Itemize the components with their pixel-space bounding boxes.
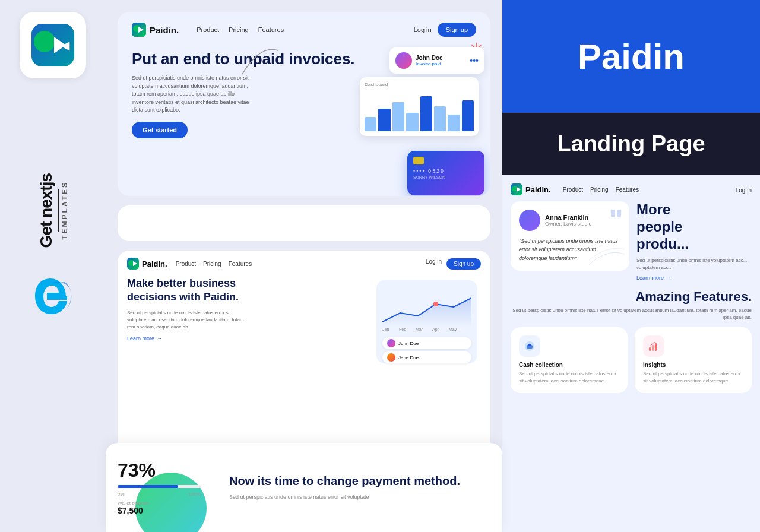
cash-collection-desc: Sed ut perspiciatis unde omnis iste natu… bbox=[519, 370, 619, 385]
right-nav-features[interactable]: Features bbox=[616, 186, 639, 193]
amazing-features-section: Amazing Features. Sed ut perspiciatis un… bbox=[511, 289, 752, 393]
more-text-section: Morepeopleprodu... Sed ut perspiciatis u… bbox=[636, 201, 752, 281]
app-icon bbox=[31, 24, 74, 66]
testimonial-role: Owner, Lavis studio bbox=[545, 221, 592, 227]
brand-blue-section: Paidin bbox=[502, 0, 760, 113]
right-nav-login[interactable]: Log in bbox=[736, 187, 752, 194]
landing-page-text: Landing Page bbox=[557, 131, 705, 157]
features-grid: Cash collection Sed ut perspiciatis unde… bbox=[511, 327, 752, 393]
templates-label: Templates bbox=[61, 181, 69, 240]
left-sidebar: Get nextjs Templates bbox=[0, 0, 106, 532]
amazing-title: Amazing Features. bbox=[511, 289, 752, 305]
svg-rect-32 bbox=[655, 343, 657, 351]
user1-name: John Doe bbox=[398, 341, 419, 346]
app-icon-card bbox=[20, 12, 86, 78]
paidin-icon-hero bbox=[132, 23, 146, 37]
right-sidebar: Paidin Landing Page Paidin. Product Pric… bbox=[502, 0, 760, 532]
hero-desc: Sed ut perspiciatis unde omnis iste natu… bbox=[132, 74, 251, 115]
testimonial-decor bbox=[589, 242, 625, 266]
feature-cash-collection: Cash collection Sed ut perspiciatis unde… bbox=[511, 327, 628, 393]
hero-nav-links: Product Pricing Features bbox=[197, 26, 284, 33]
feature-insights: Insights Sed ut perspiciatis unde omnis … bbox=[635, 327, 752, 393]
getnextjs-label: Get nextjs bbox=[37, 173, 56, 248]
card2-signup[interactable]: Sign up bbox=[446, 258, 481, 270]
wallet-amount: $7,500 bbox=[118, 506, 201, 515]
more-desc: Sed ut perspiciatis unde omnis iste volu… bbox=[636, 257, 752, 271]
svg-text:Mar: Mar bbox=[416, 327, 423, 331]
svg-rect-30 bbox=[649, 347, 651, 351]
cash-collection-icon bbox=[524, 340, 536, 352]
spacer-card bbox=[118, 205, 490, 241]
bottom-preview-panel: 73% 0% 100% Wallet balance $7,500 Now it… bbox=[106, 443, 502, 532]
get-started-button[interactable]: Get started bbox=[132, 122, 188, 138]
card2-paidin-name: Paidin. bbox=[142, 259, 167, 268]
login-button[interactable]: Log in bbox=[414, 26, 432, 33]
payment-card: •••• 0329 SUNNY WILSON bbox=[407, 151, 484, 195]
testimonial-card: " Anna Franklin Owner, Lavis studio "Sed… bbox=[511, 201, 629, 271]
svg-point-1 bbox=[34, 31, 55, 52]
e-logo-container bbox=[30, 274, 75, 321]
nav-pricing[interactable]: Pricing bbox=[229, 26, 249, 33]
card2-nav-product[interactable]: Product bbox=[176, 261, 196, 267]
getnextjs-section: Get nextjs Templates bbox=[37, 173, 69, 248]
card2-title: Make better business decisions with Paid… bbox=[127, 277, 246, 305]
svg-text:Jan: Jan bbox=[382, 327, 389, 331]
testimonial-author: Anna Franklin Owner, Lavis studio bbox=[519, 210, 621, 231]
progress-track bbox=[118, 485, 201, 488]
hero-nav-right: Log in Sign up bbox=[414, 23, 476, 37]
amazing-desc: Sed ut perspiciatis unde omnis iste natu… bbox=[511, 307, 752, 321]
insights-desc: Sed ut perspiciatis unde omnis iste natu… bbox=[643, 370, 743, 385]
card2-nav-features[interactable]: Features bbox=[229, 261, 252, 267]
card2-desc: Sed ut perspiciatis unde omnis iste natu… bbox=[127, 309, 246, 331]
payment-desc: Sed ut perspiciatis unde omnis iste natu… bbox=[229, 493, 486, 502]
brand-name: Paidin bbox=[578, 36, 685, 77]
svg-text:Apr: Apr bbox=[432, 327, 439, 332]
payment-headline: Now its time to change payment method. bbox=[229, 473, 486, 489]
hero-nav: Paidin. Product Pricing Features Log in … bbox=[118, 12, 490, 48]
hero-paidin-name: Paidin. bbox=[150, 25, 179, 35]
user2-name: Jane Doe bbox=[398, 355, 419, 360]
svg-point-14 bbox=[433, 302, 438, 306]
testimonial-row: " Anna Franklin Owner, Lavis studio "Sed… bbox=[511, 201, 752, 281]
progress-range: 0% 100% bbox=[118, 492, 201, 497]
right-content: Paidin. Product Pricing Features Log in … bbox=[502, 175, 760, 532]
hero-nav-logo: Paidin. bbox=[132, 23, 179, 37]
wallet-label: Wallet balance bbox=[118, 501, 201, 506]
svg-text:Feb: Feb bbox=[399, 327, 406, 331]
hero-card: Paidin. Product Pricing Features Log in … bbox=[118, 12, 490, 196]
svg-rect-31 bbox=[652, 345, 654, 351]
testimonial-name: Anna Franklin bbox=[545, 214, 592, 221]
more-title: Morepeopleprodu... bbox=[636, 201, 752, 252]
insights-icon bbox=[648, 340, 660, 352]
right-nav: Paidin. Product Pricing Features Log in bbox=[511, 183, 752, 195]
invoice-type: Invoice paid bbox=[416, 61, 466, 66]
payment-text-section: Now its time to change payment method. S… bbox=[213, 443, 502, 532]
hero-body: Put an end to unpaid invoices. Sed ut pe… bbox=[118, 48, 490, 138]
invoice-dots: ••• bbox=[470, 56, 479, 65]
nav-features[interactable]: Features bbox=[258, 26, 284, 33]
landing-page-section: Landing Page bbox=[502, 113, 760, 175]
card2-login[interactable]: Log in bbox=[426, 258, 442, 270]
right-nav-product[interactable]: Product bbox=[563, 186, 583, 193]
invoice-name: John Doe bbox=[416, 55, 466, 61]
right-nav-pricing[interactable]: Pricing bbox=[590, 186, 609, 193]
curve-decor bbox=[236, 45, 284, 80]
cash-collection-title: Cash collection bbox=[519, 362, 619, 368]
card2-nav-pricing[interactable]: Pricing bbox=[203, 261, 221, 267]
e-logo-icon bbox=[30, 274, 75, 319]
analytics-visual: Jan Feb Mar Apr May bbox=[376, 280, 483, 375]
right-paidin-name: Paidin. bbox=[525, 185, 551, 194]
progress-fill bbox=[118, 485, 178, 488]
quote-decoration: " bbox=[609, 205, 623, 236]
insights-title: Insights bbox=[643, 362, 743, 368]
line-chart: Jan Feb Mar Apr May bbox=[382, 286, 471, 334]
svg-rect-29 bbox=[528, 344, 531, 346]
percentage-display: 73% bbox=[118, 460, 201, 482]
dashboard-mockup: John Doe Invoice paid ••• Dashboard bbox=[360, 48, 484, 136]
svg-text:May: May bbox=[449, 327, 457, 332]
card2-nav: Paidin. Product Pricing Features Log in … bbox=[118, 251, 490, 277]
signup-button[interactable]: Sign up bbox=[438, 23, 476, 37]
nav-product[interactable]: Product bbox=[197, 26, 219, 33]
cash-collection-icon-container bbox=[519, 335, 540, 357]
right-learn-more[interactable]: Learn more → bbox=[636, 275, 752, 281]
